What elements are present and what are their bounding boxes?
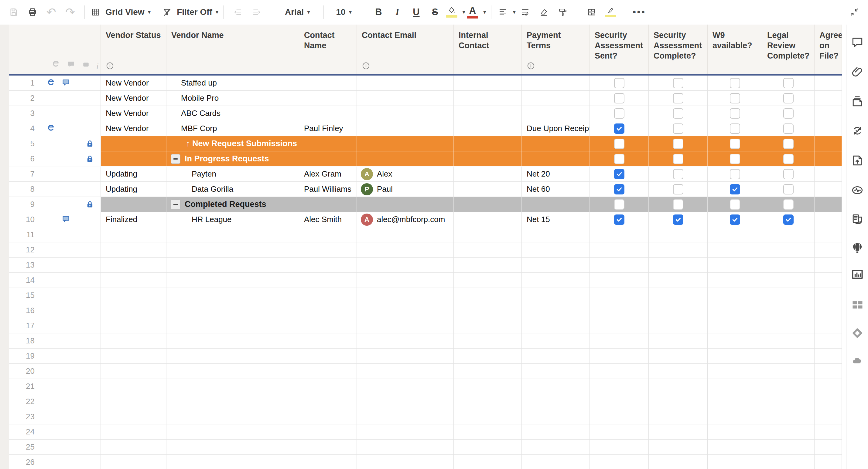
cell-security-complete[interactable] [649,348,708,363]
cell-w9[interactable] [708,182,762,197]
cell-contact-email[interactable] [357,288,454,303]
column-header-agreement[interactable]: Agreement on File? [814,25,842,74]
checkbox-security-complete-unchecked[interactable] [673,169,683,179]
cell-security-sent[interactable] [590,212,649,227]
cell-internal-contact[interactable] [454,273,522,288]
cell-security-complete[interactable] [649,167,708,181]
cell-vendor-status[interactable]: Finalized [101,212,166,227]
cell-contact-email[interactable] [357,333,454,348]
cell-payment-terms[interactable] [522,348,590,363]
sidebar-publish-icon[interactable] [850,154,864,167]
row-number[interactable]: 14 [9,275,35,285]
text-color-button[interactable]: A ▾ [465,3,486,21]
cell-internal-contact[interactable] [454,152,522,166]
cell-agreement[interactable] [814,212,842,227]
cell-vendor-status[interactable] [101,197,166,212]
cell-agreement[interactable] [814,348,842,363]
cell-legal-review[interactable] [762,167,814,181]
checkbox-security-complete-unchecked[interactable] [673,154,683,164]
column-header-vendor-name[interactable]: Vendor Name [166,25,299,74]
cell-security-complete[interactable] [649,394,708,409]
cell-contact-email[interactable] [357,75,454,91]
checkbox-legal-review-unchecked[interactable] [783,93,794,103]
cell-w9[interactable] [708,440,762,455]
cell-w9[interactable] [708,318,762,333]
cell-legal-review[interactable] [762,227,814,242]
cell-vendor-status[interactable] [101,227,166,242]
checkbox-legal-review-unchecked[interactable] [783,199,794,210]
column-header-payment-terms[interactable]: Payment Terms [522,25,590,74]
cell-security-sent[interactable] [590,121,649,136]
undo-button[interactable]: ↶ [42,3,61,21]
cell-agreement[interactable] [814,167,842,181]
cell-internal-contact[interactable] [454,227,522,242]
cell-vendor-name[interactable] [166,273,299,288]
cell-vendor-name[interactable]: Payten [166,167,299,181]
row-number[interactable]: 2 [9,94,35,103]
cell-vendor-name[interactable] [166,303,299,318]
cell-security-sent[interactable] [590,455,649,469]
cell-contact-name[interactable] [299,303,357,318]
cell-internal-contact[interactable] [454,75,522,91]
checkbox-legal-review-checked[interactable] [783,214,794,225]
cell-contact-email[interactable] [357,258,454,272]
redo-button[interactable]: ↷ [61,3,80,21]
cell-security-sent[interactable] [590,197,649,212]
cell-internal-contact[interactable] [454,425,522,439]
sidebar-attachments-icon[interactable] [850,65,864,79]
cell-legal-review[interactable] [762,258,814,272]
row-number[interactable]: 11 [9,230,35,239]
cell-internal-contact[interactable] [454,440,522,455]
sidebar-conversations-icon[interactable] [850,35,864,49]
cell-w9[interactable] [708,136,762,151]
cell-internal-contact[interactable] [454,136,522,151]
cell-payment-terms[interactable] [522,136,590,151]
column-header-contact-email[interactable]: Contact Email [357,25,454,74]
cell-legal-review[interactable] [762,212,814,227]
cell-vendor-name[interactable] [166,364,299,378]
cell-internal-contact[interactable] [454,197,522,212]
sidebar-connector-cloud-icon[interactable] [850,354,864,368]
align-button[interactable]: ▾ [496,3,516,21]
column-header-contact-name[interactable]: Contact Name [299,25,357,74]
cell-legal-review[interactable] [762,121,814,136]
cell-legal-review[interactable] [762,303,814,318]
cell-w9[interactable] [708,106,762,121]
cell-agreement[interactable] [814,455,842,469]
cell-vendor-name[interactable] [166,348,299,363]
cell-internal-contact[interactable] [454,333,522,348]
cell-w9[interactable] [708,394,762,409]
cell-vendor-name[interactable]: HR League [166,212,299,227]
checkbox-security-complete-unchecked[interactable] [673,124,683,134]
checkbox-security-complete-checked[interactable] [673,214,683,225]
cell-contact-email[interactable] [357,348,454,363]
checkbox-legal-review-unchecked[interactable] [783,78,794,88]
cell-contact-email[interactable] [357,242,454,257]
cell-internal-contact[interactable] [454,394,522,409]
checkbox-legal-review-unchecked[interactable] [783,184,794,195]
collapse-section-button[interactable] [171,154,180,164]
cell-agreement[interactable] [814,242,842,257]
cell-vendor-status[interactable]: New Vendor [101,75,166,91]
sidebar-connector-diamond-icon[interactable] [850,326,864,340]
cell-security-sent[interactable] [590,409,649,424]
sidebar-sheet-summary-icon[interactable] [850,212,864,226]
cell-legal-review[interactable] [762,273,814,288]
cell-contact-email[interactable] [357,409,454,424]
cell-security-complete[interactable] [649,106,708,121]
cell-legal-review[interactable] [762,106,814,121]
eraser-button[interactable] [534,3,553,21]
collapse-toolbar-button[interactable] [845,3,864,21]
cell-internal-contact[interactable] [454,242,522,257]
italic-button[interactable]: I [388,3,407,21]
cell-w9[interactable] [708,425,762,439]
more-button[interactable]: ••• [630,3,649,21]
row-number[interactable]: 5 [9,139,35,148]
comment-icon[interactable] [61,214,70,225]
checkbox-legal-review-unchecked[interactable] [783,139,794,149]
column-header-internal-contact[interactable]: Internal Contact [454,25,522,74]
cell-payment-terms[interactable] [522,288,590,303]
cell-legal-review[interactable] [762,152,814,166]
cell-vendor-status[interactable] [101,152,166,166]
cell-security-complete[interactable] [649,212,708,227]
